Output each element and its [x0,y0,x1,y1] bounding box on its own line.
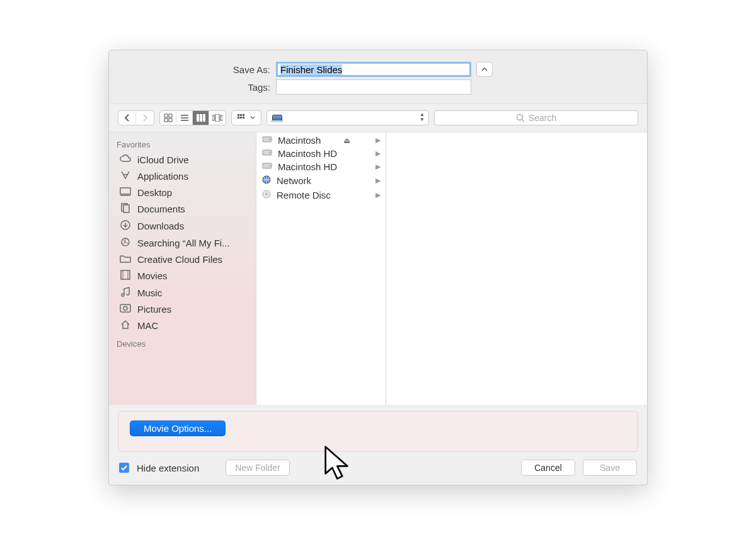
sidebar-item-label: Downloads [137,221,184,231]
column-item[interactable]: Macintosh⏏▶ [256,134,386,147]
svg-point-35 [269,152,270,153]
bottom-bar: Hide extension New Folder Cancel Save [109,452,647,485]
svg-rect-3 [169,119,172,122]
laptop-icon [272,115,282,121]
sidebar-item-desktop[interactable]: Desktop [109,185,256,200]
grid-icon [164,113,173,122]
column-item[interactable]: Macintosh HD▶ [256,160,386,173]
favorites-header: Favorites [109,139,256,152]
new-folder-button[interactable]: New Folder [226,460,290,476]
pictures-icon [119,303,132,315]
save-dialog: Save As: Tags: [108,50,648,485]
svg-rect-2 [164,119,168,122]
svg-rect-24 [123,205,129,212]
svg-rect-27 [121,270,130,279]
svg-point-37 [269,165,270,166]
column-item-label: Macintosh HD [278,148,337,159]
eject-icon[interactable]: ⏏ [343,136,350,145]
documents-icon [119,202,132,216]
tags-input[interactable] [276,79,471,95]
sidebar-item-pictures[interactable]: Pictures [109,301,256,317]
toolbar: ▲▼ Search [109,104,647,132]
svg-rect-16 [238,117,239,119]
hdd-icon [261,135,273,146]
save-as-input[interactable] [276,62,471,77]
svg-point-19 [517,115,522,120]
svg-rect-14 [240,114,242,116]
movie-options-button[interactable]: Movie Options... [130,420,226,436]
column-item-label: Remote Disc [277,190,331,200]
view-list-button[interactable] [176,111,193,125]
column-item[interactable]: Remote Disc▶ [256,188,386,202]
sidebar-item-documents[interactable]: Documents [109,200,256,217]
sidebar-item-label: Documents [137,204,185,214]
folder-icon [119,253,132,265]
sidebar-item-apps[interactable]: Applications [109,168,256,185]
save-button[interactable]: Save [583,460,637,476]
downloads-icon [119,219,132,233]
cloud-icon [119,154,132,166]
save-as-label: Save As: [109,64,276,75]
sidebar-item-search[interactable]: Searching “All My Fi... [109,235,256,252]
back-button[interactable] [118,111,136,125]
svg-rect-8 [200,114,202,122]
column-1: Macintosh⏏▶Macintosh HD▶Macintosh HD▶Net… [256,132,386,405]
view-columns-button[interactable] [193,111,209,125]
tags-label: Tags: [109,82,276,93]
stepper-icon: ▲▼ [420,112,425,122]
columns-icon [197,114,205,122]
home-icon [119,319,132,332]
sidebar-item-cloud[interactable]: iCloud Drive [109,152,256,168]
view-coverflow-button[interactable] [209,111,226,125]
svg-rect-18 [243,117,244,119]
location-dropdown[interactable]: ▲▼ [266,110,429,125]
forward-button[interactable] [136,111,154,125]
search-field[interactable]: Search [434,110,638,125]
devices-header: Devices [109,338,256,351]
sidebar-item-downloads[interactable]: Downloads [109,217,256,235]
options-area: Movie Options... [118,411,638,452]
apps-icon [119,170,132,183]
view-mode [159,110,226,125]
column-item[interactable]: Network▶ [256,173,386,188]
hdd-icon [261,148,273,159]
cancel-button[interactable]: Cancel [521,460,575,476]
chevron-down-icon [250,116,255,120]
sidebar-item-movies[interactable]: Movies [109,267,256,284]
column-blank [386,132,647,405]
sidebar-item-home[interactable]: MAC [109,317,256,334]
sidebar-item-label: Searching “All My Fi... [137,238,230,248]
sidebar-item-music[interactable]: Music [109,284,256,301]
svg-point-31 [123,306,127,310]
chevron-right-icon [142,114,148,122]
checkmark-icon [121,465,127,471]
sidebar-item-folder[interactable]: Creative Cloud Files [109,252,256,267]
chevron-right-icon: ▶ [375,191,381,199]
svg-rect-7 [197,114,199,122]
search-placeholder: Search [529,113,556,123]
svg-point-33 [269,139,270,140]
chevron-right-icon: ▶ [375,163,381,171]
search-icon [119,236,132,250]
column-item-label: Network [277,175,311,186]
disc-icon [261,189,272,201]
collapse-button[interactable] [476,62,493,77]
arrange-button[interactable] [231,110,261,125]
svg-rect-1 [169,114,172,117]
column-item[interactable]: Macintosh HD▶ [256,147,386,160]
svg-rect-0 [164,114,168,117]
view-icons-button[interactable] [160,111,176,125]
globe-icon [261,175,272,187]
sidebar-item-label: Creative Cloud Files [137,254,222,265]
hide-extension-label: Hide extension [137,463,199,473]
svg-rect-9 [203,114,205,122]
hide-extension-checkbox[interactable] [119,463,129,473]
list-icon [180,114,189,122]
chevron-right-icon: ▶ [375,149,381,158]
sidebar: Favorites iCloud DriveApplicationsDeskto… [109,132,256,405]
desktop-icon [119,187,132,199]
svg-line-20 [522,120,524,122]
svg-rect-11 [215,114,219,122]
svg-rect-10 [212,115,214,120]
sidebar-item-label: Desktop [137,187,172,198]
